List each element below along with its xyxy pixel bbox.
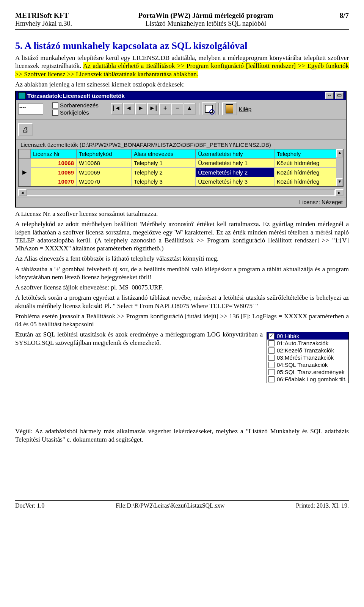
paragraph-logflags: Probléma esetén javasolt a Beállítások >…	[15, 312, 349, 329]
logopt-04[interactable]: 04:SQL Tranzakciók	[267, 361, 348, 368]
nav-first-button[interactable]: |◄	[111, 103, 123, 115]
nav-delete-button[interactable]: −	[171, 103, 184, 115]
scroll-up-icon[interactable]: ▲	[336, 149, 343, 157]
scroll-down-icon[interactable]: ▼	[336, 178, 343, 186]
maximize-icon[interactable]: ▭	[335, 92, 344, 99]
col-licensz-nr[interactable]: Licensz Nr	[31, 149, 77, 159]
status-bar: Licensz: Nézeget	[16, 198, 346, 207]
window-title: Törzsadatok:Licenszelt üzemeltetők	[27, 93, 125, 99]
footer-filepath: File:D:\R\PW2\Leiras\Kezut\ListazSQL.sxw	[116, 502, 225, 509]
nav-edit-button[interactable]: ▲	[184, 103, 196, 115]
logopt-00[interactable]: ✓00:Hibák	[267, 332, 348, 340]
logopt-03[interactable]: 03:Mérési Tranzakciók	[267, 354, 348, 361]
nav-last-button[interactable]: ►|	[147, 103, 159, 115]
col-telephelykod[interactable]: Telephelykód	[76, 149, 131, 159]
horizontal-scrollbar[interactable]: ◄ ►	[18, 189, 344, 196]
scroll-left-icon[interactable]: ◄	[18, 189, 27, 196]
footer-docver: DocVer: 1.0	[15, 502, 44, 509]
row-marker	[19, 159, 31, 168]
logopt-05[interactable]: 05:SQL Tranz.eredmények	[267, 368, 348, 376]
logopt-02[interactable]: 02:Kezelő Tranzakciók	[267, 347, 348, 354]
page-number: 8/7	[340, 11, 349, 28]
nav-prev-button[interactable]: ◄	[123, 103, 135, 115]
paragraph-download: A letöltések során a program egyrészt a …	[15, 294, 349, 310]
company-address: Hmvhely Jókai u.30.	[15, 20, 72, 28]
vertical-scrollbar[interactable]: ▲ ▼	[336, 149, 343, 186]
footer-printed: Printed: 2013. XI. 19.	[296, 502, 349, 509]
company-name: METRISoft KFT	[15, 11, 72, 20]
window-toolbar: ---- Sorbarendezés Sorkijelölés |◄ ◄ ► ►…	[16, 100, 346, 118]
paragraph-plus-button: A táblázatba a '+' gombbal felvehető új …	[15, 265, 349, 281]
nav-add-button[interactable]: +	[159, 103, 171, 115]
col-telephely[interactable]: Telephely	[274, 149, 343, 159]
logopt-01[interactable]: 01:Auto.Tranzakciók	[267, 340, 348, 347]
table-row[interactable]: 10070 W10070 Telephely 3 Üzemeltetési he…	[19, 177, 343, 186]
row-marker	[19, 177, 31, 186]
app-title: PortaWin (PW2) Jármű mérlegelő program	[138, 11, 273, 20]
group-label: Licenszelt üzemeltetők (D:\R\PW2\PW2_BON…	[16, 142, 346, 148]
exit-button[interactable]	[222, 102, 237, 115]
code-field[interactable]: ----	[18, 103, 43, 115]
scroll-right-icon[interactable]: ►	[335, 189, 344, 196]
app-subtitle: Listázó Munkahelyen letöltés SQL naplóbó…	[138, 20, 273, 28]
sort-checkbox[interactable]: Sorbarendezés	[52, 102, 99, 109]
page-header: METRISoft KFT Hmvhely Jókai u.30. PortaW…	[15, 11, 349, 30]
paragraph-alias: Az Alias elnevezés a fent többször is lá…	[15, 255, 349, 263]
select-row-checkbox[interactable]: Sorkijelölés	[52, 109, 99, 116]
logflags-panel: ✓00:Hibák 01:Auto.Tranzakciók 02:Kezelő …	[267, 332, 349, 383]
nav-next-button[interactable]: ►	[135, 103, 147, 115]
paragraph-licensz-nr: A Licensz Nr. a szoftver licensz sorszám…	[15, 210, 349, 218]
lookup-button[interactable]	[202, 102, 216, 115]
grid-header-row: Licensz Nr Telephelykód Alias elnevezés …	[19, 149, 343, 159]
record-navigator: |◄ ◄ ► ►| + − ▲	[111, 103, 196, 115]
col-uzemeltetesi-hely[interactable]: Üzemeltetési hely	[196, 149, 275, 159]
paragraph-telephelykod: A telephelykód az adott mérőhelyen beáll…	[15, 220, 349, 252]
license-window: Törzsadatok:Licenszelt üzemeltetők ↔ ▭ -…	[15, 91, 347, 208]
rowhead	[19, 149, 31, 159]
table-row[interactable]: ▶ 10069 W10069 Telephely 2 Üzemeltetési …	[19, 168, 343, 177]
row-marker: ▶	[19, 168, 31, 177]
page-footer: DocVer: 1.0 File:D:\R\PW2\Leiras\Kezut\L…	[15, 500, 349, 509]
paragraph-filename: A szoftver licensz fájlok elnevezése: pl…	[15, 283, 349, 291]
intro-paragraph-1: A listázó munkahelyen telepítésre kerül …	[15, 54, 349, 78]
status-text: Licensz: Nézeget	[299, 199, 343, 205]
window-titlebar: Törzsadatok:Licenszelt üzemeltetők ↔ ▭	[16, 91, 346, 100]
print-button[interactable]	[18, 123, 33, 136]
window-icon	[18, 92, 26, 99]
intro-paragraph-2: Az ablakban jelenleg a lent szinessel ki…	[15, 80, 349, 88]
paragraph-final: Végül: Az adatbázisból bármely más alkal…	[15, 427, 349, 443]
exit-label: Kilép	[239, 106, 251, 112]
logopt-06[interactable]: 06:Főablak Log gombok tilt.	[267, 376, 348, 383]
license-grid: Licensz Nr Telephelykód Alias elnevezés …	[18, 149, 344, 187]
section-title: 5. A listázó munkahely kapcsolata az SQL…	[15, 40, 349, 52]
table-row[interactable]: 10068 W10068 Telephely 1 Üzemeltetési he…	[19, 159, 343, 168]
resize-icon[interactable]: ↔	[325, 92, 334, 99]
col-alias[interactable]: Alias elnevezés	[132, 149, 196, 159]
